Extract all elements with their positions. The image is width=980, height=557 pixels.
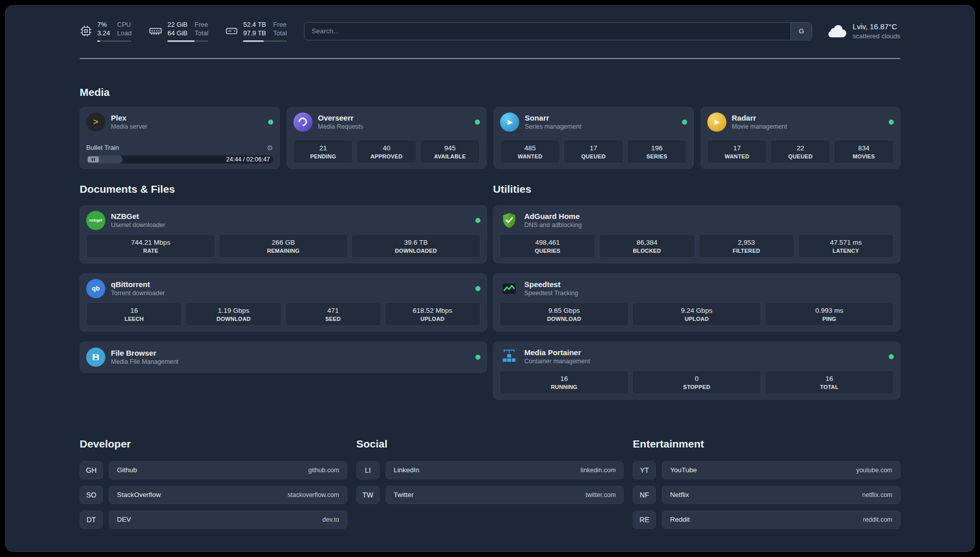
- disk-usage-bar: [243, 40, 287, 42]
- status-dot: [475, 120, 480, 125]
- status-dot: [889, 120, 894, 125]
- stat-tile: 86,384 BLOCKED: [599, 234, 695, 258]
- bookmark-row: NF Netflix netflix.com: [633, 486, 900, 504]
- radarr-icon: ▶: [707, 113, 726, 132]
- bookmark-twitter[interactable]: Twitter twitter.com: [386, 486, 624, 504]
- service-card-radarr[interactable]: ▶ Radarr Movie management 17 WANTED: [701, 107, 901, 169]
- search-provider-button[interactable]: G: [790, 23, 812, 40]
- service-card-overseerr[interactable]: Overseerr Media Requests 21 PENDING 40 A…: [287, 107, 487, 169]
- disk-icon: [225, 25, 238, 37]
- memory-widget: 22 GiB 64 GiB Free Total: [149, 21, 208, 42]
- stat-tile: 498,461 QUERIES: [500, 234, 595, 258]
- portainer-icon: [500, 347, 519, 366]
- stat-tile: 21 PENDING: [293, 140, 353, 163]
- bookmark-row: DT DEV dev.to: [80, 511, 347, 529]
- bookmark-abbr-stackoverflow[interactable]: SO: [80, 486, 103, 504]
- service-card-plex[interactable]: > Plex Media server Bullet Train ⚙: [80, 107, 280, 169]
- section-documents: Documents & Files nzbget NZBGet Usenet d…: [80, 183, 487, 410]
- search-input[interactable]: [304, 23, 790, 40]
- service-card-sonarr[interactable]: ▶ Sonarr Series management 485 WANTED: [494, 107, 694, 169]
- memory-total: 64 GiB: [167, 29, 188, 38]
- status-dot: [268, 120, 273, 125]
- stat-tile: 47.571 ms LATENCY: [798, 234, 894, 258]
- settings-icon[interactable]: ⚙: [267, 144, 273, 152]
- section-social: Social LI LinkedIn linkedin.com TW Twitt…: [356, 438, 624, 535]
- service-name: Plex: [111, 114, 147, 122]
- weather-widget: Lviv, 16.87°C scattered clouds: [826, 22, 900, 41]
- bookmark-abbr-reddit[interactable]: RE: [633, 511, 656, 529]
- service-card-adguard[interactable]: AdGuard Home DNS and adblocking 498,461 …: [493, 205, 900, 263]
- weather-condition: scattered clouds: [852, 32, 900, 41]
- service-subtitle: Media File Management: [111, 358, 178, 365]
- service-card-portainer[interactable]: Media Portainer Container management 16 …: [493, 342, 900, 400]
- section-title-media: Media: [80, 86, 900, 98]
- section-title-documents: Documents & Files: [80, 183, 487, 195]
- stat-tile: 618.52 Mbps UPLOAD: [385, 302, 480, 326]
- cpu-widget: 7% 3.24 CPU Load: [80, 21, 132, 42]
- disk-free: 52.4 TB: [243, 21, 266, 29]
- service-name: NZBGet: [111, 212, 165, 220]
- section-title-utilities: Utilities: [493, 183, 900, 195]
- bookmark-youtube[interactable]: YouTube youtube.com: [662, 461, 900, 479]
- status-dot: [682, 120, 687, 125]
- bookmark-abbr-github[interactable]: GH: [80, 461, 103, 479]
- bookmark-abbr-youtube[interactable]: YT: [633, 461, 656, 479]
- stat-tile: 16 TOTAL: [765, 370, 894, 394]
- status-dot: [475, 286, 480, 291]
- bookmark-linkedin[interactable]: LinkedIn linkedin.com: [386, 461, 624, 479]
- sonarr-icon: ▶: [500, 113, 519, 132]
- bookmark-abbr-netflix[interactable]: NF: [633, 486, 656, 504]
- bookmark-stackoverflow[interactable]: StackOverflow stackoverflow.com: [109, 486, 347, 504]
- plex-icon: >: [86, 113, 105, 132]
- stat-tile: 17 WANTED: [707, 140, 767, 163]
- stat-tile: 40 APPROVED: [356, 140, 416, 163]
- stat-tile: 196 SERIES: [627, 140, 687, 163]
- bookmark-abbr-dev[interactable]: DT: [80, 511, 103, 529]
- stat-tile: 744.21 Mbps RATE: [86, 234, 215, 258]
- service-card-qbittorrent[interactable]: qb qBittorrent Torrent downloader 16 LEE…: [80, 273, 487, 331]
- nzbget-icon: nzbget: [86, 211, 105, 230]
- service-name: File Browser: [111, 349, 178, 357]
- service-name: AdGuard Home: [524, 212, 582, 220]
- overseerr-icon: [293, 113, 313, 132]
- bookmark-abbr-linkedin[interactable]: LI: [356, 461, 380, 479]
- service-card-speedtest[interactable]: Speedtest Speedtest Tracking 9.65 Gbps D…: [493, 273, 900, 331]
- disk-label-1: Free: [273, 21, 287, 29]
- memory-free: 22 GiB: [167, 21, 188, 29]
- service-card-nzbget[interactable]: nzbget NZBGet Usenet downloader 744.21 M…: [80, 205, 487, 263]
- section-title-entertainment: Entertainment: [633, 438, 900, 450]
- memory-icon: [149, 24, 162, 38]
- stat-tile: 17 QUEUED: [564, 140, 624, 163]
- weather-location: Lviv, 16.87°C: [852, 22, 900, 32]
- service-subtitle: Movie management: [732, 123, 787, 130]
- service-subtitle: Container management: [524, 358, 590, 365]
- bookmark-row: YT YouTube youtube.com: [633, 461, 900, 479]
- stat-tile: 0.993 ms PING: [765, 302, 894, 326]
- cloud-icon: [826, 23, 847, 40]
- bookmark-github[interactable]: Github github.com: [109, 461, 347, 479]
- service-card-filebrowser[interactable]: File Browser Media File Management: [80, 342, 487, 373]
- cpu-icon: [80, 25, 92, 37]
- qbittorrent-icon: qb: [86, 279, 105, 298]
- status-dot: [475, 218, 480, 223]
- status-dot: [889, 354, 894, 359]
- bookmark-netflix[interactable]: Netflix netflix.com: [662, 486, 900, 504]
- service-subtitle: Media Requests: [318, 123, 363, 130]
- service-name: Speedtest: [524, 280, 578, 289]
- service-subtitle: Series management: [525, 123, 581, 130]
- section-title-developer: Developer: [80, 438, 347, 450]
- playback-time: 24:44 / 02:06:47: [226, 156, 270, 163]
- bookmark-reddit[interactable]: Reddit reddit.com: [662, 511, 900, 529]
- pause-button[interactable]: [88, 156, 99, 162]
- stat-tile: 16 LEECH: [86, 302, 182, 326]
- bookmark-row: SO StackOverflow stackoverflow.com: [80, 486, 347, 504]
- service-subtitle: Usenet downloader: [111, 221, 165, 229]
- stat-tile: 9.65 Gbps DOWNLOAD: [500, 302, 629, 326]
- filebrowser-icon: [86, 348, 105, 367]
- cpu-label-1: CPU: [117, 21, 132, 29]
- cpu-label-2: Load: [117, 29, 132, 38]
- bookmark-abbr-twitter[interactable]: TW: [356, 486, 380, 504]
- bookmark-row: GH Github github.com: [80, 461, 347, 479]
- bookmark-dev[interactable]: DEV dev.to: [109, 511, 347, 529]
- dashboard-window: 7% 3.24 CPU Load: [5, 5, 975, 552]
